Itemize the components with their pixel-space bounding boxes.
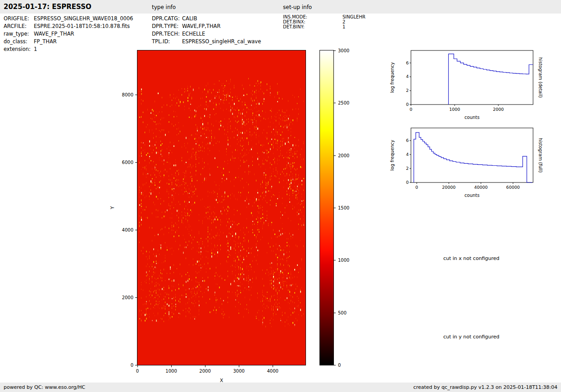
meta-value: 1: [34, 46, 37, 53]
main-x-tick: [239, 365, 239, 367]
meta-row: do_class:FP_THAR: [4, 38, 133, 46]
main-y-tick-label: 0: [131, 363, 133, 368]
meta-value: ESPRE.2025-01-18T10:58:10.878.fits: [34, 23, 130, 30]
x-axis-label: counts: [465, 115, 479, 120]
x-tick-label: 40000: [474, 185, 488, 190]
main-y-tick: [135, 162, 137, 163]
colorbar-tick-label: 1000: [338, 258, 349, 263]
y-tick-label: 2: [406, 166, 409, 171]
main-y-tick: [135, 297, 137, 298]
meta-row: DPR.TECH:ECHELLE: [152, 30, 261, 38]
main-x-tick-label: 2000: [199, 369, 210, 374]
page-title: 2025-01-17: ESPRESSO: [4, 3, 91, 11]
meta-row: TPL.ID:ESPRESSO_singleHR_cal_wave: [152, 38, 261, 46]
header-bar: 2025-01-17: ESPRESSO type info set-up in…: [0, 0, 561, 14]
y-tick-label: 4: [406, 74, 409, 79]
y-tick-label: 4: [406, 152, 409, 157]
main-x-tick-label: 4000: [267, 369, 278, 374]
colorbar-tick: [334, 50, 336, 51]
colorbar: [319, 50, 334, 365]
colorbar-tick-label: 1500: [338, 205, 349, 210]
x-tick-label: 2000: [493, 107, 504, 112]
meta-label: DET.BINX:: [283, 19, 342, 24]
meta-value: ESPRESSO_singleHR_cal_wave: [182, 38, 261, 46]
colorbar-tick: [334, 208, 336, 208]
meta-row: ARCFILE:ESPRE.2025-01-18T10:58:10.878.fi…: [4, 23, 133, 30]
main-y-tick-label: 6000: [122, 160, 133, 164]
main-y-tick: [135, 230, 137, 230]
y-tick-label: 6: [406, 138, 409, 143]
main-y-tick: [135, 95, 137, 95]
colorbar-tick-label: 2500: [338, 100, 349, 105]
main-y-tick: [135, 365, 137, 365]
meta-value: WAVE_FP_THAR: [34, 30, 74, 38]
meta-label: INS.MODE:: [283, 14, 342, 19]
footer-left-text: powered by QC: www.eso.org/HC: [4, 384, 85, 390]
type-info-block: DPR.CATG:CALIBDPR.TYPE:WAVE,FP,THARDPR.T…: [152, 15, 261, 46]
colorbar-tick-label: 0: [338, 363, 341, 368]
meta-label: TPL.ID:: [152, 38, 182, 46]
meta-value: 2: [342, 19, 345, 24]
colorbar-tick: [334, 103, 336, 103]
meta-row: DET.BINX:2: [283, 19, 365, 24]
main-x-tick-label: 1000: [165, 369, 177, 374]
histogram-full-plot: 02000040000600000246countslog frequencyh…: [385, 123, 547, 207]
meta-value: CALIB: [182, 15, 197, 23]
main-y-tick-label: 2000: [122, 295, 133, 300]
meta-row: raw_type:WAVE_FP_THAR: [4, 30, 133, 38]
meta-label: DPR.TECH:: [152, 30, 182, 38]
setup-info-block: INS.MODE:SINGLEHRDET.BINX:2DET.BINY:1: [283, 14, 365, 29]
y-tick-label: 0: [406, 180, 409, 185]
meta-label: DET.BINY:: [283, 24, 342, 29]
y-tick-label: 6: [406, 60, 409, 65]
meta-label: ARCFILE:: [4, 23, 34, 30]
x-tick-label: 0: [410, 107, 412, 112]
meta-row: INS.MODE:SINGLEHR: [283, 14, 365, 19]
main-x-tick: [205, 365, 205, 367]
meta-value: FP_THAR: [34, 38, 57, 46]
footer-right-text: created by qc_rawdisp.py v1.2.3 on 2025-…: [413, 384, 557, 390]
meta-value: WAVE,FP,THAR: [182, 23, 220, 30]
colorbar-tick: [334, 260, 336, 260]
meta-label: extension:: [4, 46, 34, 53]
main-x-tick: [171, 365, 172, 367]
colorbar-tick: [334, 155, 336, 156]
colorbar-tick: [334, 365, 336, 365]
cut-x-message: cut in x not configured: [443, 255, 500, 261]
main-y-axis-label: Y: [109, 206, 115, 209]
colorbar-tick-label: 3000: [338, 48, 349, 53]
x-tick-label: 1000: [449, 107, 460, 112]
raw-frame-heatmap: [137, 50, 306, 365]
meta-label: DPR.CATG:: [152, 15, 182, 23]
y-axis-label: log frequency: [390, 62, 395, 93]
meta-value: ESPRESSO_SINGLEHR_WAVE018_0006: [34, 15, 133, 23]
colorbar-tick-label: 2000: [338, 153, 349, 158]
x-tick-label: 20000: [442, 185, 456, 190]
colorbar-tick: [334, 313, 336, 313]
meta-value: ECHELLE: [182, 30, 205, 38]
main-y-tick-label: 4000: [122, 227, 133, 232]
histogram-detail-plot: 0100020000246countslog frequencyhistogra…: [385, 46, 547, 127]
type-info-heading: type info: [152, 4, 176, 10]
colorbar-tick-label: 500: [338, 310, 347, 315]
footer-bar: powered by QC: www.eso.org/HC created by…: [0, 383, 561, 392]
meta-row: ORIGFILE:ESPRESSO_SINGLEHR_WAVE018_0006: [4, 15, 133, 23]
meta-row: DPR.TYPE:WAVE,FP,THAR: [152, 23, 261, 30]
meta-row: extension:1: [4, 46, 133, 53]
meta-label: ORIGFILE:: [4, 15, 34, 23]
right-axis-label: histogram (full): [538, 138, 543, 173]
y-axis-label: log frequency: [390, 140, 395, 171]
histogram-line: [448, 54, 533, 105]
meta-value: SINGLEHR: [342, 14, 365, 19]
x-tick-label: 0: [415, 185, 418, 190]
file-info-block: ORIGFILE:ESPRESSO_SINGLEHR_WAVE018_0006A…: [4, 15, 133, 53]
setup-info-heading: set-up info: [283, 4, 312, 10]
x-tick-label: 60000: [506, 185, 520, 190]
meta-label: do_class:: [4, 38, 34, 46]
x-axis-label: counts: [465, 193, 479, 198]
right-axis-label: histogram (detail): [538, 57, 543, 98]
raw-frame-plot: [137, 50, 306, 365]
main-y-tick-label: 8000: [122, 92, 133, 97]
meta-row: DPR.CATG:CALIB: [152, 15, 261, 23]
plot-frame: [411, 50, 533, 105]
